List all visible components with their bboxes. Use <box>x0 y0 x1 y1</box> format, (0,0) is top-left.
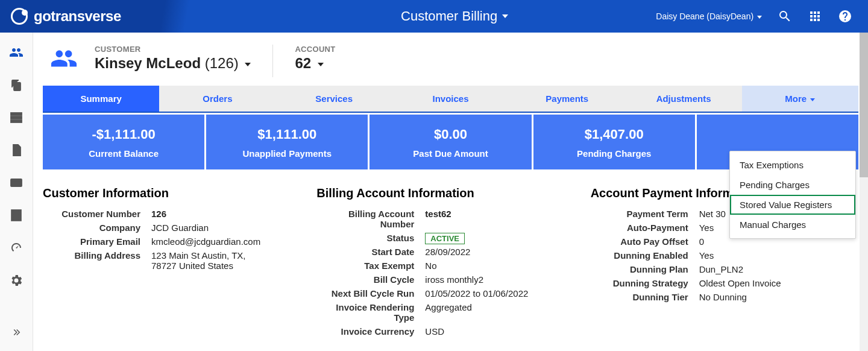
gear-icon[interactable] <box>8 273 24 288</box>
status-badge: ACTIVE <box>425 233 465 244</box>
module-dropdown[interactable]: Customer Billing <box>253 8 656 24</box>
section-title: Billing Account Information <box>316 186 584 200</box>
help-icon[interactable] <box>838 9 852 24</box>
svg-point-6 <box>12 121 13 121</box>
chevron-down-icon <box>757 16 762 19</box>
tab-orders[interactable]: Orders <box>159 86 275 112</box>
svg-rect-7 <box>11 179 22 186</box>
context-header: CUSTOMER Kinsey McLeod (126) ACCOUNT 62 <box>33 33 868 86</box>
credit-card-icon[interactable] <box>8 175 24 191</box>
user-menu[interactable]: Daisy Deane (DaisyDean) <box>656 11 762 21</box>
svg-point-5 <box>12 117 13 118</box>
brand-text: gotransverse <box>34 8 121 25</box>
gauge-icon[interactable] <box>8 240 24 256</box>
tab-adjustments[interactable]: Adjustments <box>625 86 741 112</box>
topbar-right: Daisy Deane (DaisyDean) <box>656 9 868 24</box>
chevron-down-icon <box>502 14 508 18</box>
more-dropdown: Tax Exemptions Pending Charges Stored Va… <box>729 151 856 239</box>
dd-manual-charges[interactable]: Manual Charges <box>730 215 855 235</box>
tabs-bar: Summary Orders Services Invoices Payment… <box>43 86 858 113</box>
tab-summary[interactable]: Summary <box>43 86 159 112</box>
customer-information: Customer Information Customer Number126 … <box>43 186 310 340</box>
apps-icon[interactable] <box>808 9 822 24</box>
dd-stored-value-registers[interactable]: Stored Value Registers <box>730 195 855 215</box>
copy-icon[interactable] <box>8 77 24 93</box>
side-nav <box>0 33 33 351</box>
document-icon[interactable] <box>8 142 24 158</box>
stat-unapplied-payments: $1,111.00 Unapplied Payments <box>206 115 368 169</box>
divider <box>272 45 273 77</box>
customers-icon[interactable] <box>8 45 24 60</box>
chevron-down-icon <box>318 63 324 66</box>
tab-more[interactable]: More <box>742 86 858 112</box>
stat-pending-charges: $1,407.00 Pending Charges <box>533 115 695 169</box>
chevron-down-icon <box>245 63 251 66</box>
logo-icon <box>11 8 28 25</box>
account-label: ACCOUNT <box>295 45 335 54</box>
account-selector[interactable]: 62 <box>295 55 335 72</box>
billing-account-information: Billing Account Information Billing Acco… <box>316 186 584 340</box>
vertical-scrollbar[interactable] <box>860 33 868 351</box>
dd-tax-exemptions[interactable]: Tax Exemptions <box>730 155 855 175</box>
customer-selector[interactable]: Kinsey McLeod (126) <box>95 55 251 72</box>
stat-current-balance: -$1,111.00 Current Balance <box>43 115 204 169</box>
dd-pending-charges[interactable]: Pending Charges <box>730 175 855 195</box>
top-bar: gotransverse Customer Billing Daisy Dean… <box>0 0 868 33</box>
expand-sidebar-button[interactable] <box>11 327 22 340</box>
customer-label: CUSTOMER <box>95 45 251 54</box>
customer-header-icon <box>50 45 78 75</box>
calculator-icon[interactable] <box>8 207 24 223</box>
server-icon[interactable] <box>8 110 24 125</box>
section-title: Customer Information <box>43 186 310 200</box>
chevron-down-icon <box>810 98 815 101</box>
svg-point-4 <box>12 113 13 114</box>
tab-invoices[interactable]: Invoices <box>392 86 509 112</box>
brand-logo[interactable]: gotransverse <box>0 0 253 33</box>
tab-payments[interactable]: Payments <box>509 86 625 112</box>
main-content: CUSTOMER Kinsey McLeod (126) ACCOUNT 62 … <box>33 33 868 351</box>
stat-past-due: $0.00 Past Due Amount <box>370 115 531 169</box>
tab-services[interactable]: Services <box>276 86 392 112</box>
module-title: Customer Billing <box>401 8 497 24</box>
scrollbar-thumb[interactable] <box>860 33 868 177</box>
search-icon[interactable] <box>778 9 792 24</box>
